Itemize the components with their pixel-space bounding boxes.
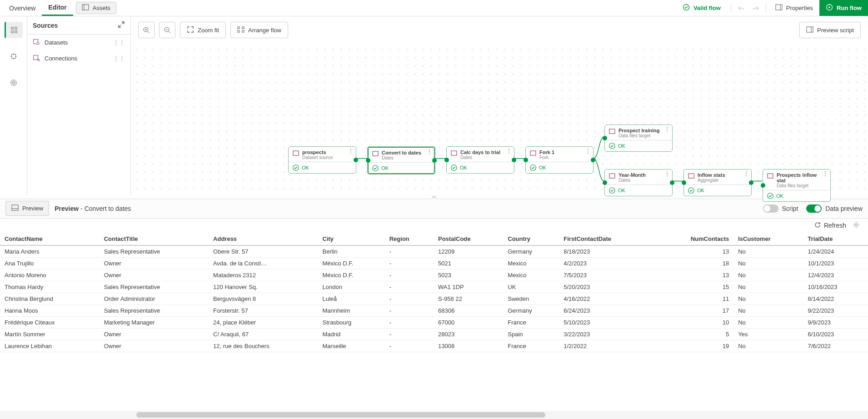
output-port[interactable]	[354, 158, 358, 162]
rail-processors[interactable]	[5, 48, 23, 65]
node-menu-icon[interactable]: ⋮	[506, 149, 512, 153]
svg-rect-6	[11, 27, 13, 29]
undo-button[interactable]	[734, 0, 748, 16]
flow-node[interactable]: Year-MonthDates ⋮ OK	[604, 169, 673, 196]
expand-icon[interactable]	[118, 21, 125, 30]
input-port[interactable]	[761, 183, 765, 188]
table-cell: Forsterstr. 57	[209, 304, 318, 316]
node-menu-icon[interactable]: ⋮	[664, 127, 670, 131]
tab-editor[interactable]: Editor	[42, 0, 73, 16]
table-row[interactable]: Laurence LebihanOwner12, rue des Boucher…	[0, 340, 868, 352]
table-row[interactable]: Thomas HardySales Representative120 Hano…	[0, 281, 868, 293]
table-cell: -	[385, 269, 434, 281]
table-cell: Berlin	[318, 245, 385, 258]
node-menu-icon[interactable]: ⋮	[822, 171, 828, 176]
drag-handle-icon[interactable]: ⋮⋮	[113, 55, 125, 62]
svg-rect-30	[242, 27, 244, 29]
svg-rect-31	[238, 30, 239, 32]
table-cell: Avda. de la Consti…	[209, 257, 318, 269]
flow-node[interactable]: Calc days to trialDates ⋮ OK	[446, 146, 514, 174]
node-menu-icon[interactable]: ⋮	[664, 171, 670, 176]
properties-button[interactable]: Properties	[769, 0, 819, 16]
table-cell: Hanna Moos	[0, 304, 100, 316]
table-cell: No	[733, 269, 803, 281]
sidebar-item-connections[interactable]: Connections ⋮⋮	[27, 50, 130, 66]
rail-targets[interactable]	[5, 75, 23, 91]
input-port[interactable]	[603, 180, 607, 185]
assets-button[interactable]: Assets	[76, 2, 116, 14]
column-header[interactable]: PostalCode	[434, 233, 503, 245]
refresh-button[interactable]: Refresh	[814, 221, 846, 230]
flow-node[interactable]: Prospects inflow statData files target ⋮…	[763, 169, 831, 202]
data-preview-toggle[interactable]	[806, 205, 822, 213]
run-flow-button[interactable]: Run flow	[819, 0, 868, 16]
output-port[interactable]	[591, 158, 595, 162]
horizontal-scrollbar[interactable]	[0, 411, 868, 419]
column-header[interactable]: Country	[503, 233, 559, 245]
column-header[interactable]: ContactTitle	[100, 233, 209, 245]
zoom-fit-button[interactable]: Zoom fit	[180, 22, 226, 38]
column-header[interactable]: FirstContactDate	[559, 233, 654, 245]
settings-icon[interactable]	[853, 221, 860, 230]
column-header[interactable]: City	[318, 233, 385, 245]
sidebar-item-label: Datasets	[45, 39, 68, 46]
column-header[interactable]: Region	[385, 233, 434, 245]
column-header[interactable]: TrialDate	[803, 233, 868, 245]
table-cell: 4/16/2022	[559, 293, 654, 304]
column-header[interactable]: Address	[209, 233, 318, 245]
output-port[interactable]	[749, 180, 753, 185]
node-menu-icon[interactable]: ⋮	[426, 149, 433, 154]
output-port[interactable]	[670, 180, 674, 185]
zoom-in-button[interactable]	[138, 22, 155, 38]
column-header[interactable]: NumContacts	[654, 233, 733, 245]
node-type-icon	[767, 172, 774, 180]
column-header[interactable]: IsCustomer	[733, 233, 803, 245]
table-row[interactable]: Maria AndersSales RepresentativeObere St…	[0, 245, 868, 258]
table-row[interactable]: Christina BerglundOrder AdministratorBer…	[0, 293, 868, 304]
arrange-flow-button[interactable]: Arrange flow	[230, 22, 288, 38]
svg-rect-7	[15, 27, 17, 29]
flow-node[interactable]: Convert to datesDates ⋮ OK	[367, 146, 435, 175]
script-toggle[interactable]	[763, 205, 778, 213]
svg-rect-33	[807, 27, 813, 32]
topbar: Overview Editor Assets Valid flow Proper…	[0, 0, 868, 16]
preview-script-button[interactable]: Preview script	[799, 22, 861, 38]
input-port[interactable]	[444, 158, 449, 162]
data-preview-grid[interactable]: ContactNameContactTitleAddressCityRegion…	[0, 233, 868, 411]
input-port[interactable]	[366, 158, 370, 163]
tab-overview[interactable]: Overview	[3, 0, 42, 16]
input-port[interactable]	[603, 136, 607, 140]
input-port[interactable]	[682, 180, 686, 185]
table-row[interactable]: Ana TrujilloOwnerAvda. de la Consti…Méxi…	[0, 257, 868, 269]
table-row[interactable]: Frédérique CiteauxMarketing Manager24, p…	[0, 316, 868, 328]
zoom-out-button[interactable]	[159, 22, 175, 38]
table-row[interactable]: Antonio MorenoOwnerMataderos 2312México …	[0, 269, 868, 281]
flow-node[interactable]: prospectsDataset source ⋮ OK	[288, 146, 356, 174]
table-cell: 15	[654, 281, 733, 293]
table-cell: 3/22/2023	[559, 328, 654, 340]
table-cell: No	[733, 293, 803, 304]
drag-handle-icon[interactable]: ⋮⋮	[113, 39, 125, 46]
table-row[interactable]: Martín SommerOwnerC/ Araquil, 67Madrid-2…	[0, 328, 868, 340]
node-menu-icon[interactable]: ⋮	[743, 171, 749, 176]
input-port[interactable]	[524, 158, 528, 162]
rail-sources[interactable]	[5, 22, 23, 38]
node-menu-icon[interactable]: ⋮	[348, 149, 354, 153]
table-row[interactable]: Hanna MoosSales RepresentativeForsterstr…	[0, 304, 868, 316]
svg-point-17	[13, 82, 14, 83]
table-cell: No	[733, 304, 803, 316]
redo-button[interactable]	[748, 0, 763, 16]
table-cell: Christina Berglund	[0, 293, 100, 304]
table-cell: Mataderos 2312	[209, 269, 318, 281]
play-circle-icon	[826, 4, 833, 12]
column-header[interactable]: ContactName	[0, 233, 100, 245]
flow-node[interactable]: Fork 1Fork ⋮ OK	[525, 146, 594, 174]
flow-node[interactable]: Inflow statsAggregate ⋮ OK	[683, 169, 752, 196]
node-menu-icon[interactable]: ⋮	[585, 149, 591, 153]
output-port[interactable]	[432, 158, 437, 163]
sidebar-item-datasets[interactable]: Datasets ⋮⋮	[27, 35, 130, 50]
flow-node[interactable]: Prospect trainingData files target ⋮ OK	[604, 125, 673, 152]
flow-canvas[interactable]: prospectsDataset source ⋮ OK Convert to …	[131, 44, 868, 195]
preview-toggle-button[interactable]: Preview	[5, 201, 49, 216]
output-port[interactable]	[512, 158, 516, 162]
